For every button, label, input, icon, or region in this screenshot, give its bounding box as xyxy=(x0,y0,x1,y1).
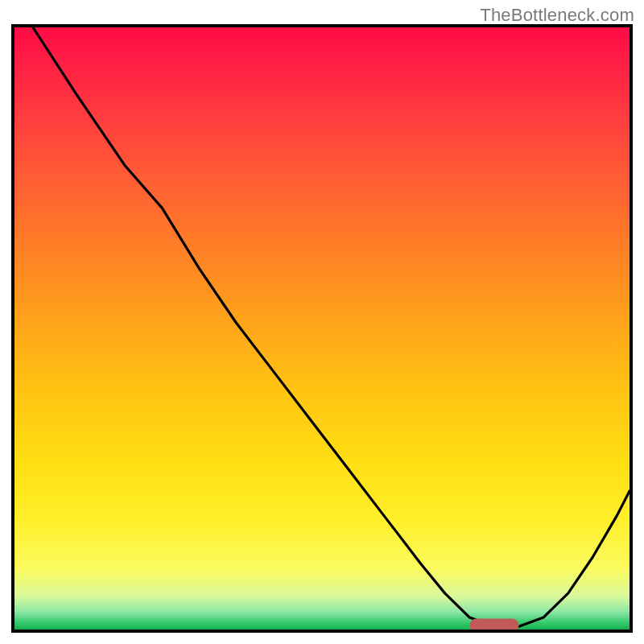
chart-frame: TheBottleneck.com xyxy=(0,0,644,644)
background-gradient xyxy=(14,27,630,630)
plot-area xyxy=(11,24,633,633)
watermark-text: TheBottleneck.com xyxy=(480,5,634,26)
